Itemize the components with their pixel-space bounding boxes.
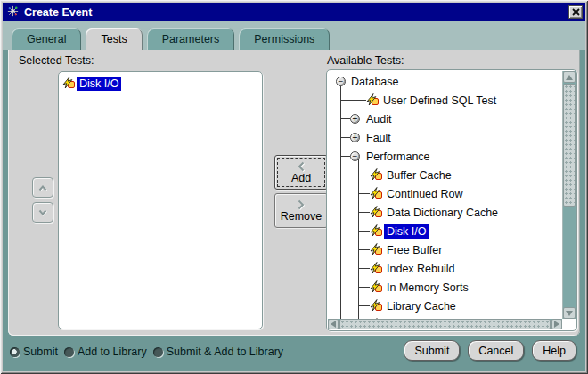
- remove-button[interactable]: Remove: [274, 193, 328, 228]
- radio-label: Submit: [23, 346, 58, 358]
- window-title: Create Event: [24, 6, 92, 19]
- tree-item-label: Index Rebuild: [384, 262, 457, 276]
- tree-row-data-dictionary-cache[interactable]: Data Dictionary Cache: [329, 203, 561, 222]
- tree-connector-line: [340, 156, 350, 157]
- move-up-button[interactable]: [32, 177, 53, 198]
- scroll-right-icon: [554, 321, 559, 328]
- action-buttons: SubmitCancelHelp: [404, 340, 576, 361]
- close-icon: [572, 8, 580, 16]
- tree-row-fault[interactable]: +Fault: [329, 128, 561, 147]
- tree-connector-line: [358, 305, 370, 306]
- add-button-label: Add: [291, 172, 311, 184]
- test-icon: [370, 299, 382, 312]
- tree-connector-line: [358, 175, 370, 175]
- tree-item-label: User Defined SQL Test: [380, 94, 499, 108]
- tree-content: −DatabaseUser Defined SQL Test+Audit+Fau…: [329, 70, 561, 319]
- expand-toggle-icon[interactable]: +: [350, 114, 360, 124]
- tab-strip: GeneralTestsParametersPermissions: [3, 21, 585, 50]
- radio-button-icon: [10, 347, 20, 357]
- tree-row-free-buffer[interactable]: Free Buffer: [329, 240, 561, 259]
- test-icon: [370, 187, 382, 199]
- available-tests-tree[interactable]: −DatabaseUser Defined SQL Test+Audit+Fau…: [326, 69, 577, 331]
- tree-item-label: Data Dictionary Cache: [384, 206, 501, 220]
- horizontal-scroll-thumb[interactable]: [339, 319, 551, 329]
- test-icon: [370, 168, 382, 181]
- submit-mode-radio-group: SubmitAdd to LibrarySubmit & Add to Libr…: [10, 346, 283, 358]
- tree-connector-line: [358, 287, 370, 288]
- radio-label: Add to Library: [78, 346, 147, 358]
- chevron-left-icon: [297, 161, 306, 172]
- tree-row-in-memory-sorts[interactable]: In Memory Sorts: [329, 278, 561, 297]
- test-icon: [370, 224, 382, 237]
- chevron-up-icon: [37, 184, 48, 191]
- tree-row-library-cache[interactable]: Library Cache: [329, 297, 561, 315]
- tree-connector-line: [358, 231, 370, 232]
- tab-parameters[interactable]: Parameters: [147, 28, 235, 50]
- test-icon: [366, 94, 379, 106]
- expand-toggle-icon[interactable]: +: [350, 133, 360, 142]
- test-icon: [370, 243, 382, 256]
- tree-connector-line: [358, 193, 370, 194]
- collapse-toggle-icon[interactable]: −: [350, 151, 360, 161]
- titlebar[interactable]: Create Event: [3, 3, 585, 21]
- tree-connector-line: [340, 137, 350, 138]
- help-button[interactable]: Help: [532, 340, 576, 361]
- footer: SubmitAdd to LibrarySubmit & Add to Libr…: [3, 336, 585, 371]
- tree-row-continued-row[interactable]: Continued Row: [329, 184, 561, 203]
- tree-connector-line: [358, 249, 370, 250]
- scroll-up-icon: [566, 75, 573, 80]
- tree-row-index-rebuild[interactable]: Index Rebuild: [329, 259, 561, 278]
- move-down-button[interactable]: [32, 202, 53, 223]
- horizontal-scrollbar[interactable]: [328, 319, 562, 329]
- scroll-down-button[interactable]: [563, 307, 576, 319]
- tree-row-performance[interactable]: −Performance: [329, 147, 561, 166]
- test-icon: [370, 206, 382, 218]
- remove-button-label: Remove: [281, 210, 323, 223]
- tab-general[interactable]: General: [12, 28, 81, 50]
- radio-submit[interactable]: Submit: [10, 346, 58, 358]
- selected-tests-label: Selected Tests:: [19, 54, 94, 67]
- tree-row-database[interactable]: −Database: [329, 72, 561, 91]
- test-icon: [62, 77, 75, 92]
- tree-item-label: Buffer Cache: [384, 168, 454, 183]
- collapse-toggle-icon[interactable]: −: [336, 77, 346, 86]
- radio-button-icon: [153, 347, 163, 357]
- tree-row-audit[interactable]: +Audit: [329, 110, 561, 128]
- create-event-dialog: Create Event GeneralTestsParametersPermi…: [0, 0, 588, 374]
- radio-submit-add-to-library[interactable]: Submit & Add to Library: [153, 346, 283, 358]
- dialog-body: GeneralTestsParametersPermissions Select…: [3, 21, 585, 371]
- submit-button[interactable]: Submit: [404, 340, 460, 361]
- selected-tests-list[interactable]: Disk I/O: [58, 71, 263, 329]
- tree-row-disk-i-o[interactable]: Disk I/O: [329, 222, 561, 240]
- tree-row-buffer-cache[interactable]: Buffer Cache: [329, 166, 561, 184]
- tree-row-user-defined-sql-test[interactable]: User Defined SQL Test: [329, 91, 561, 110]
- tree-connector-line: [340, 118, 350, 119]
- vertical-scrollbar[interactable]: [562, 71, 576, 319]
- list-item-label: Disk I/O: [77, 77, 121, 91]
- scroll-up-button[interactable]: [563, 71, 576, 83]
- vertical-scroll-thumb[interactable]: [563, 84, 576, 207]
- scroll-left-button[interactable]: [328, 319, 339, 329]
- cancel-button[interactable]: Cancel: [468, 340, 524, 361]
- tree-item-label: Disk I/O: [384, 224, 429, 239]
- radio-label: Submit & Add to Library: [167, 346, 283, 358]
- add-button[interactable]: Add: [274, 155, 328, 190]
- tree-connector-line: [358, 212, 370, 213]
- tree-item-label: Database: [348, 75, 402, 89]
- tree-item-label: In Memory Sorts: [384, 280, 471, 295]
- test-icon: [370, 262, 382, 274]
- list-item[interactable]: Disk I/O: [62, 76, 262, 92]
- tree-item-label: Fault: [363, 131, 394, 145]
- scroll-right-button[interactable]: [551, 319, 562, 329]
- app-sparkle-icon: [6, 4, 20, 20]
- tree-connector-line: [340, 100, 366, 101]
- tab-tests[interactable]: Tests: [86, 28, 142, 50]
- tree-item-label: Continued Row: [384, 187, 465, 201]
- tests-tab-panel: Selected Tests: Disk I/O Add Remove Avai…: [8, 50, 580, 336]
- close-button[interactable]: [568, 5, 583, 19]
- chevron-right-icon: [297, 199, 306, 210]
- radio-button-icon: [64, 347, 74, 357]
- tab-permissions[interactable]: Permissions: [239, 28, 330, 50]
- radio-add-to-library[interactable]: Add to Library: [64, 346, 147, 358]
- tree-item-label: Audit: [363, 112, 395, 126]
